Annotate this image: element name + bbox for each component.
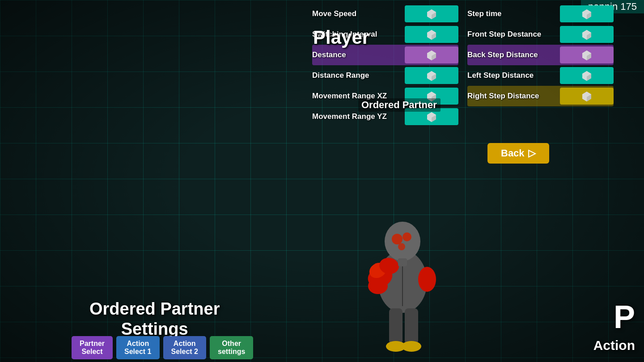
cube-icon-left-step (580, 69, 593, 82)
back-area: Back ▷ (487, 143, 549, 164)
cube-icon-move-speed (425, 8, 438, 20)
title-line1: Ordered Partner (89, 299, 220, 320)
label-step-time: Step time (467, 9, 560, 18)
control-switching-interval[interactable] (405, 26, 458, 43)
control-destance[interactable] (405, 46, 458, 63)
tab-partner-select[interactable]: PartnerSelect (72, 336, 113, 359)
svg-point-45 (385, 222, 420, 261)
label-move-speed: Move Speed (312, 9, 405, 18)
right-partial-action: Action (593, 338, 635, 353)
control-distance-range[interactable] (405, 67, 458, 84)
label-left-step: Left Step Distance (467, 71, 560, 80)
label-right-step: Right Step Distance (467, 92, 560, 101)
svg-point-56 (402, 341, 421, 352)
svg-rect-59 (398, 258, 407, 266)
cube-icon-front-step (580, 28, 593, 41)
svg-point-46 (392, 234, 402, 244)
tab-other-settings[interactable]: Othersettings (210, 336, 253, 359)
settings-grid: Move Speed Switching Interval (309, 0, 617, 130)
cube-icon-movement-yz (425, 110, 438, 123)
right-col: Step time Front Step Destance Back Step … (467, 4, 614, 127)
label-destance: Destance (312, 51, 405, 59)
bottom-tabs: PartnerSelect ActionSelect 1 ActionSelec… (72, 336, 253, 362)
back-button[interactable]: Back ▷ (487, 143, 549, 164)
control-step-time[interactable] (560, 5, 614, 22)
svg-point-47 (402, 232, 411, 241)
control-move-speed[interactable] (405, 5, 458, 22)
row-right-step: Right Step Distance (467, 86, 614, 106)
svg-point-52 (368, 278, 388, 294)
label-distance-range: Distance Range (312, 71, 405, 80)
control-front-step[interactable] (560, 26, 614, 43)
label-back-step: Back Step Distance (467, 51, 560, 59)
tab-action-select-1-label: ActionSelect 1 (124, 340, 151, 355)
cube-icon-destance (425, 49, 438, 61)
row-front-step: Front Step Destance (467, 24, 614, 45)
back-arrow: ▷ (528, 147, 536, 159)
row-left-step: Left Step Distance (467, 65, 614, 86)
cube-icon-back-step (580, 49, 593, 61)
row-back-step: Back Step Distance (467, 45, 614, 65)
right-partial-p: P (614, 299, 635, 335)
cube-icon-switching (425, 28, 438, 41)
row-step-time: Step time (467, 4, 614, 24)
tab-action-select-1[interactable]: ActionSelect 1 (116, 336, 159, 359)
svg-rect-54 (405, 308, 418, 344)
svg-rect-53 (389, 308, 402, 344)
control-back-step[interactable] (560, 46, 614, 63)
control-left-step[interactable] (560, 67, 614, 84)
row-move-speed: Move Speed (312, 4, 458, 24)
tab-partner-select-label: PartnerSelect (80, 340, 105, 355)
character-area (291, 174, 514, 362)
tab-other-settings-label: Othersettings (218, 340, 245, 355)
character-svg (344, 192, 461, 362)
back-label: Back (501, 147, 525, 159)
cube-icon-step-time (580, 8, 593, 20)
row-distance-range: Distance Range (312, 65, 458, 86)
tab-action-select-2[interactable]: ActionSelect 2 (163, 336, 206, 359)
bottom-title: Ordered Partner Settings (89, 299, 220, 340)
cube-icon-right-step (580, 90, 593, 102)
tab-action-select-2-label: ActionSelect 2 (171, 340, 198, 355)
label-front-step: Front Step Destance (467, 30, 560, 39)
cube-icon-distance-range (425, 69, 438, 82)
svg-point-48 (398, 243, 405, 250)
label-movement-yz: Movement Range YZ (312, 112, 405, 121)
ordered-partner-float-label: Ordered Partner (358, 98, 441, 112)
svg-point-58 (418, 267, 436, 292)
control-right-step[interactable] (560, 88, 614, 105)
player-panel-title: Player (313, 27, 369, 48)
